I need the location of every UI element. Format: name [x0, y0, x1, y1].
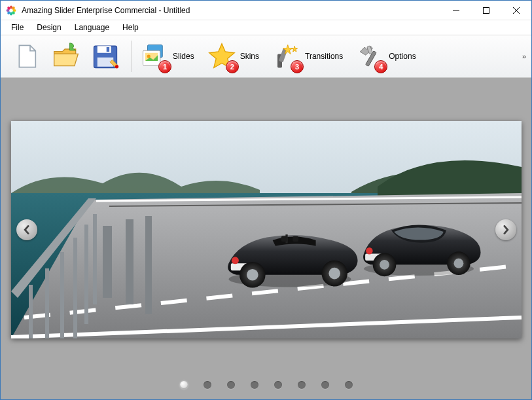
badge-4: 4	[374, 60, 387, 73]
chevron-right-icon	[501, 225, 510, 234]
pagination-dot[interactable]	[180, 381, 188, 389]
skins-label: Skins	[240, 52, 259, 61]
toolbar: 1 Slides 2 Skins 3	[1, 35, 531, 78]
pagination-dot[interactable]	[298, 381, 306, 389]
transitions-button[interactable]: 3 Transitions	[271, 41, 343, 72]
slides-icon: 1	[139, 41, 170, 72]
window-title: Amazing Slider Enterprise Commercial - U…	[22, 6, 441, 15]
transitions-icon: 3	[271, 41, 302, 72]
badge-3: 3	[291, 60, 304, 73]
app-icon	[6, 5, 16, 16]
pagination-dot[interactable]	[227, 381, 235, 389]
menu-file[interactable]: File	[5, 22, 30, 33]
transitions-label: Transitions	[305, 52, 343, 61]
toolbar-file-group	[7, 35, 125, 77]
slider-prev-button[interactable]	[16, 219, 37, 240]
svg-rect-36	[145, 216, 152, 314]
svg-point-53	[231, 257, 238, 264]
svg-rect-34	[103, 226, 112, 298]
minimize-button[interactable]	[441, 1, 471, 20]
menu-help[interactable]: Help	[116, 22, 145, 33]
svg-point-17	[115, 65, 118, 68]
options-icon: 4	[355, 41, 386, 72]
pagination-dot[interactable]	[274, 381, 282, 389]
open-button[interactable]	[50, 41, 82, 72]
menu-language[interactable]: Language	[68, 22, 116, 33]
workspace	[1, 78, 531, 399]
badge-1: 1	[158, 60, 171, 73]
menu-design[interactable]: Design	[30, 22, 67, 33]
svg-point-50	[247, 269, 258, 281]
svg-rect-15	[107, 47, 109, 52]
menubar: File Design Language Help	[1, 20, 531, 35]
svg-point-42	[453, 258, 463, 268]
slider-next-button[interactable]	[495, 219, 516, 240]
svg-point-40	[380, 259, 389, 269]
slides-button[interactable]: 1 Slides	[139, 41, 194, 72]
pagination-dot[interactable]	[204, 381, 211, 389]
pagination-dot[interactable]	[321, 381, 329, 389]
slider-preview	[11, 121, 522, 338]
skins-icon: 2	[206, 41, 238, 72]
options-label: Options	[389, 52, 416, 61]
titlebar: Amazing Slider Enterprise Commercial - U…	[1, 1, 531, 20]
maximize-button[interactable]	[471, 1, 501, 20]
svg-rect-46	[281, 236, 287, 242]
svg-point-43	[366, 247, 373, 255]
chevron-left-icon	[22, 225, 31, 234]
skins-button[interactable]: 2 Skins	[206, 41, 259, 72]
save-button[interactable]	[90, 41, 121, 72]
svg-rect-35	[126, 219, 133, 304]
new-button[interactable]	[11, 41, 43, 72]
pagination-dot[interactable]	[345, 381, 353, 389]
window-controls	[441, 1, 531, 20]
slides-label: Slides	[173, 52, 194, 61]
svg-rect-47	[293, 236, 298, 242]
slide-image	[11, 121, 522, 338]
badge-2: 2	[226, 60, 239, 73]
options-button[interactable]: 4 Options	[355, 41, 416, 72]
close-button[interactable]	[501, 1, 531, 20]
pagination-dot[interactable]	[251, 381, 258, 389]
toolbar-separator	[132, 41, 132, 72]
svg-rect-10	[484, 7, 489, 13]
toolbar-more-icon[interactable]: »	[522, 52, 526, 60]
svg-point-0	[10, 9, 12, 12]
app-window: Amazing Slider Enterprise Commercial - U…	[0, 0, 532, 400]
svg-point-52	[328, 267, 340, 279]
pagination-dots	[1, 381, 531, 389]
